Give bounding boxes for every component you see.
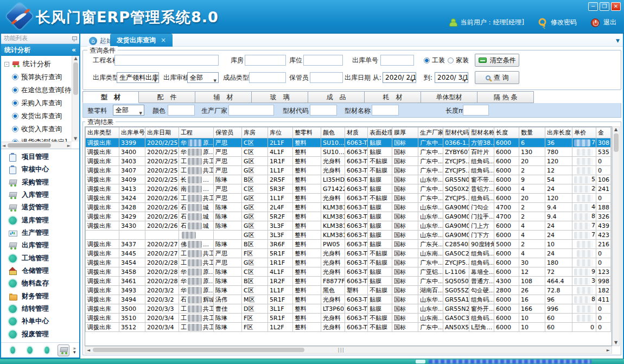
audit-select[interactable]: 全部 — [187, 72, 219, 83]
material-tab-2[interactable]: 辅 材 — [195, 91, 252, 103]
table-row[interactable]: 调拨出库34092020/2/25长…陈琳B区2R5F整料LI35HD6063-… — [86, 175, 611, 184]
column-header-surf[interactable]: 表面处理 — [368, 127, 392, 138]
dot-icon[interactable] — [10, 347, 15, 354]
table-vertical-scrollbar[interactable]: ▲ ▼ — [612, 126, 620, 346]
length-mm-input[interactable] — [463, 105, 489, 116]
collapse-icon[interactable]: « — [72, 44, 76, 56]
column-header-outlen[interactable]: 出库长度 — [545, 127, 572, 138]
column-header-amt[interactable]: 金 — [596, 127, 611, 138]
table-row[interactable]: 调拨出库34282020/2/26石城陈琳G区2L4F整料KLM38176063… — [86, 203, 611, 212]
column-header-room[interactable]: 库房 — [242, 127, 268, 138]
column-header-loc[interactable]: 库位 — [268, 127, 293, 138]
column-header-name[interactable]: 型材名称 — [469, 127, 494, 138]
location-input[interactable] — [303, 55, 343, 66]
sidebar-item-13[interactable]: 补单中心 — [1, 315, 79, 328]
more-buttons-chevron[interactable]: »▾ — [73, 347, 76, 354]
tree-item-4[interactable]: 收货入库查询 — [4, 123, 72, 136]
sidebar-item-1[interactable]: 审核中心 — [1, 163, 79, 176]
change-password-link[interactable]: 修改密码 — [551, 18, 577, 27]
table-row[interactable]: 调拨出库34292020/2/26石城陈琳G区5R2F整料KLM38176063… — [86, 212, 611, 221]
table-row[interactable]: 调拨出库33992020/2/25华原…严思C区2L1F整料SU10…6063-… — [86, 138, 611, 148]
outbound-type-select[interactable]: 生产领料出库 — [117, 72, 159, 83]
column-header-len[interactable]: 长度 — [494, 127, 519, 138]
table-row[interactable]: 调拨出库34242020/2/26工共工程严思G区1L1F整料光身料6063-T… — [86, 194, 611, 203]
sidebar-item-10[interactable]: 物料盘存 — [1, 277, 79, 290]
sidebar-item-11[interactable]: 财务管理 — [1, 290, 79, 303]
sidebar-item-5[interactable]: 退库管理 — [1, 214, 79, 227]
table-row[interactable]: 调拨出库34132020/2/26南…严思C区5R3F整料G714226063-… — [86, 184, 611, 194]
table-row[interactable]: G区3L3F整料KLM38176063-T5贴膜国标山东华…GA90M09…门下… — [86, 231, 611, 240]
date-from-select[interactable]: 2020/ 2/16 — [383, 72, 416, 83]
sidebar-group-header[interactable]: 统计分析 « — [1, 44, 79, 56]
tree-item-0[interactable]: 预算执行查询 — [4, 71, 72, 84]
table-row[interactable]: 调拨出库35122020/3/4工共工程陈琳F区1L2F整料光身料6063-T5… — [86, 323, 611, 332]
logout-link[interactable]: 退出 — [603, 18, 616, 27]
profile-code-input[interactable] — [310, 105, 337, 116]
close-button[interactable]: ✕ — [611, 2, 621, 11]
tree-item-3[interactable]: 发货出库查询 — [4, 110, 72, 123]
table-row[interactable]: 调拨出库34932020/3/2华原…陈琳C区1L1F整料黑色塑料不贴膜国标湖南… — [86, 286, 611, 295]
column-header-price[interactable]: 单价 — [572, 127, 596, 138]
column-header-maker[interactable]: 生产厂家 — [418, 127, 443, 138]
sidebar-item-7[interactable]: 出库管理 — [1, 239, 79, 252]
column-header-type[interactable]: 出库类型 — [86, 127, 119, 138]
column-header-film[interactable]: 膜厚 — [392, 127, 418, 138]
table-scroll-up-icon[interactable]: ▲ — [614, 127, 617, 132]
tree-scroll-down-icon[interactable]: ▼ — [74, 136, 77, 141]
table-row[interactable]: 调拨出库34372020/2/27佛…陈琳B区3R6F整料PW056063-T5… — [86, 240, 611, 249]
manufacturer-input[interactable] — [228, 105, 274, 116]
material-tab-5[interactable]: 耗 材 — [365, 91, 421, 103]
column-header-whole[interactable]: 整零料 — [293, 127, 321, 138]
tree-vertical-scrollbar[interactable]: ▲ ▼ — [72, 56, 79, 142]
sidebar-item-8[interactable]: 工地管理 — [1, 252, 79, 265]
profile-name-input[interactable] — [372, 105, 399, 116]
table-row[interactable]: 调拨出库34452020/2/27工共工程严思F区5R1F整料光身料6063-T… — [86, 249, 611, 258]
project-name-input[interactable] — [114, 55, 219, 66]
column-header-no[interactable]: 出库单号 — [119, 127, 145, 138]
table-row[interactable]: 调拨出库34612020/2/28华原…陈琳B区1R2F整料F8877FT606… — [86, 277, 611, 286]
sidebar-item-0[interactable]: 项目管理 — [1, 151, 79, 163]
tree-item-2[interactable]: 采购入库查询 — [4, 97, 72, 110]
tab-shipping-outbound-query[interactable]: 发货出库查询 × — [110, 34, 173, 47]
material-tab-1[interactable]: 配 件 — [139, 91, 195, 103]
search-button[interactable]: 查 询 — [475, 71, 519, 84]
sidebar-item-4[interactable]: 退货管理 — [1, 201, 79, 214]
sidebar-item-9[interactable]: 仓储管理 — [1, 265, 79, 277]
column-header-date[interactable]: 出库日期 — [145, 127, 179, 138]
material-tab-7[interactable]: 隔 热 条 — [477, 91, 534, 103]
table-scroll-down-icon[interactable]: ▼ — [613, 340, 619, 345]
clear-conditions-button[interactable]: 清空条件 — [475, 54, 519, 67]
outbound-no-input[interactable] — [380, 55, 414, 66]
sidebar-item-3[interactable]: 入库管理 — [1, 189, 79, 201]
tab-close-icon[interactable]: × — [161, 36, 166, 44]
whole-piece-select[interactable]: 全部 — [113, 105, 144, 116]
material-tab-6[interactable]: 单体型材 — [421, 91, 477, 103]
material-tab-3[interactable]: 玻 璃 — [252, 91, 308, 103]
column-header-code[interactable]: 型材代码 — [443, 127, 469, 138]
tree-expander-icon[interactable]: - — [4, 62, 9, 67]
sidebar-item-12[interactable]: 结转管理 — [1, 303, 79, 315]
pin-icon[interactable] — [72, 36, 77, 42]
table-row[interactable]: 调拨出库34542020/2/28工共工程严思G区1R1F整料光身料6063-T… — [86, 258, 611, 267]
tree-horizontal-scrollbar[interactable]: ◄ ► — [1, 142, 72, 149]
table-row[interactable]: 调拨出库34032020/2/25工共工程严思G区1R1F整料光身料6063-T… — [86, 157, 611, 166]
tab-list-dropdown-icon[interactable]: ▼ — [616, 38, 620, 43]
table-row[interactable]: 调拨出库34302020/2/26石城陈琳G区3L3F整料KLM38176063… — [86, 221, 611, 231]
product-type-input[interactable] — [249, 72, 286, 83]
column-header-mat[interactable]: 材质 — [345, 127, 368, 138]
minimize-button[interactable]: ─ — [588, 2, 598, 11]
radio-home-decor[interactable]: 家装 — [448, 56, 469, 65]
radio-engineering[interactable]: 工装 — [424, 56, 445, 65]
keeper-input[interactable] — [310, 72, 343, 83]
table-row[interactable]: 调拨出库34942020/3/2石辉城汤伟M区5R1F整料光身料6063-T5贴… — [86, 295, 611, 304]
tree-scroll-up-icon[interactable]: ▲ — [74, 56, 77, 61]
dot-icon[interactable] — [27, 347, 32, 354]
material-tab-4[interactable]: 成 品 — [308, 91, 365, 103]
date-to-select[interactable]: 2020/ 3/16 — [435, 72, 468, 83]
table-row[interactable]: 调拨出库34582020/2/28华原…陈琳C区4L1F整料光身料6063-T5… — [86, 267, 611, 277]
maximize-button[interactable]: ❐ — [600, 2, 609, 11]
table-horizontal-scrollbar[interactable]: ◄ ||| ► — [85, 346, 612, 354]
sidebar-item-2[interactable]: 采购管理 — [1, 176, 79, 189]
table-row[interactable]: 调拨出库35002020/3/3工共工程曹佳D区3L1F整料LT3P606063… — [86, 304, 611, 314]
column-header-proj[interactable]: 工程 — [179, 127, 214, 138]
